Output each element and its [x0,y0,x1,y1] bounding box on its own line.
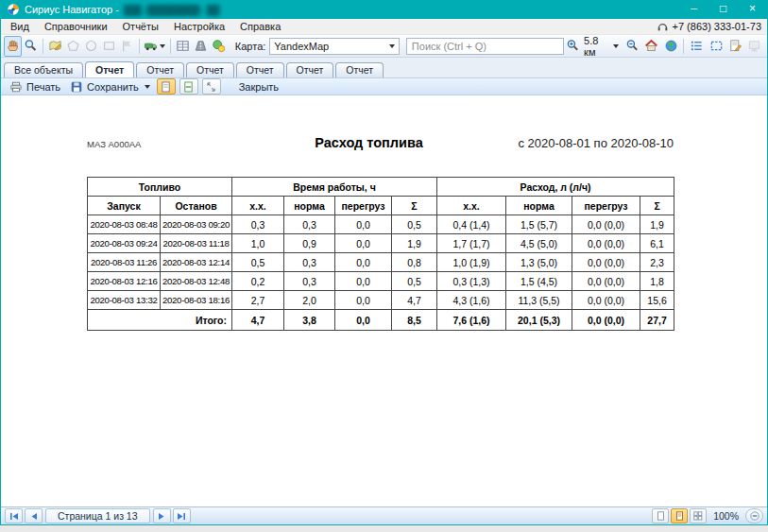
save-dropdown-caret[interactable] [145,85,150,89]
tab-report-1[interactable]: Отчет [85,61,134,77]
col-header-norm-fuel: норма [506,197,572,215]
menu-help[interactable]: Справка [232,20,288,33]
print-button[interactable]: Печать [6,79,64,94]
menu-view[interactable]: Вид [3,20,37,33]
next-page-button[interactable] [153,508,171,523]
object-list-button[interactable] [687,36,706,57]
table-cell: 2020-08-03 18:16 [161,291,232,310]
table-row: 2020-08-03 11:262020-08-03 12:140,50,30,… [88,253,674,272]
table-row: 2020-08-03 13:322020-08-03 18:162,72,00,… [88,291,674,310]
view-whole-page-button[interactable] [157,78,176,94]
total-cell: 7,6 (1,6) [437,310,506,331]
circle-tool-button [82,36,100,57]
monitor-icon [747,39,761,53]
route-flag-button [118,36,136,57]
home-button[interactable] [642,36,661,57]
map-select[interactable]: YandexMap [269,38,400,55]
window-title-redacted: ███ «█████████» (██) [124,5,221,15]
total-cell: 0,0 (0,0) [572,310,640,331]
table-cell: 0,0 [335,272,392,291]
table-cell: 0,0 (0,0) [572,272,640,291]
road-button[interactable] [192,36,210,57]
close-button[interactable]: × [738,0,767,19]
total-cell: 20,1 (5,3) [506,310,572,331]
map-scale-caret[interactable] [613,44,619,48]
table-cell: 2,0 [284,291,335,310]
report-title: Расход топлива [246,135,492,150]
view-fit-button[interactable] [202,78,221,94]
close-report-button[interactable]: Закрыть [235,79,282,94]
status-bar: Страница 1 из 13 100% [1,506,767,524]
zoom-out-button[interactable] [623,36,641,57]
table-cell: 2020-08-03 09:20 [161,215,232,234]
table-cell: 4,5 (5,0) [506,234,572,253]
tab-report-6[interactable]: Отчет [335,62,384,77]
save-button[interactable]: Сохранить [66,79,154,94]
app-window: Сириус Навигатор - ███ «█████████» (██) … [0,0,768,525]
table-cell: 0,0 (0,0) [572,253,640,272]
tab-report-2[interactable]: Отчет [136,62,184,77]
map-scale-value[interactable]: 5.8 км [584,35,610,58]
vehicle-button[interactable] [143,36,167,57]
total-cell: 8,5 [392,310,437,331]
menu-directories[interactable]: Справочники [37,20,115,33]
globe-button[interactable] [661,36,680,57]
fit-page-icon [675,511,684,521]
vehicle-dropdown-caret [160,44,165,48]
table-cell: 0,0 [335,291,392,310]
single-page-icon [657,511,665,521]
support-phone-number: +7 (863) 333-01-73 [673,21,761,32]
report-object-name: МАЗ A000AA [87,139,246,149]
table-cell: 0,4 (1,4) [437,215,506,234]
table-cell: 0,0 [335,215,392,234]
selection-frame-button[interactable] [707,36,725,57]
table-cell: 2020-08-03 12:48 [161,272,232,291]
total-cell: 27,7 [640,310,674,331]
preview-multi-page-button[interactable] [690,508,707,523]
preview-fit-page-button[interactable] [671,508,688,523]
last-page-button[interactable] [173,508,191,523]
table-cell: 11,3 (5,5) [506,291,572,310]
table-cell: 2,7 [232,291,284,310]
minimize-button[interactable]: – [679,0,708,19]
map-select-caret [389,44,395,48]
page-icon [161,81,171,93]
zoom-in-button[interactable] [564,36,583,57]
geo-finance-button[interactable] [210,36,228,57]
table-cell: 6,1 [640,234,674,253]
globe-icon [664,39,678,53]
table-cell: 0,5 [392,215,437,234]
table-cell: 15,6 [640,291,674,310]
prev-page-button[interactable] [25,508,43,523]
menu-reports[interactable]: Отчёты [115,20,166,33]
edit-page-button[interactable] [725,36,744,57]
search-input[interactable] [406,38,564,55]
map-edit-button[interactable] [46,36,64,57]
table-view-button[interactable] [174,36,192,57]
view-page-width-button[interactable] [179,78,198,94]
tab-report-4[interactable]: Отчет [236,62,284,77]
col-header-idle-time: х.х. [232,197,284,215]
window-title: Сириус Навигатор - [25,4,119,15]
polygon-tool-button [64,36,82,57]
zoom-decrease-button[interactable] [745,508,763,523]
save-button-label: Сохранить [87,81,139,93]
col-header-overload-fuel: перегруз [572,197,640,215]
tab-all-objects[interactable]: Все объекты [4,62,83,77]
globe-coin-icon [212,39,226,53]
pan-tool-button[interactable] [4,36,22,57]
home-icon [644,39,658,53]
maximize-button[interactable]: □ [708,0,738,19]
fuel-report-table: Топливо Время работы, ч Расход, л (л/ч) … [87,177,674,331]
report-table-body: 2020-08-03 08:482020-08-03 09:200,30,30,… [88,215,674,331]
tab-report-3[interactable]: Отчет [186,62,234,77]
map-select-value: YandexMap [274,41,329,52]
zoom-tool-button[interactable] [22,36,40,57]
first-page-button[interactable] [5,508,23,523]
rectangle-tool-button [100,36,118,57]
preview-single-page-button[interactable] [652,508,669,523]
tab-report-5[interactable]: Отчет [286,62,334,77]
menu-settings[interactable]: Настройка [166,20,232,33]
rectangle-icon [102,39,116,53]
prev-page-icon [29,512,39,521]
